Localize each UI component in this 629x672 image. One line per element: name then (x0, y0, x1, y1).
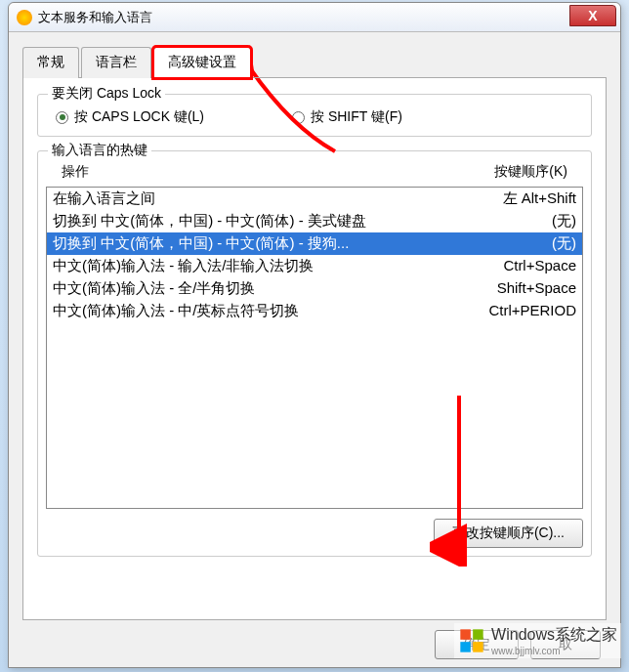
watermark: Windows系统之家 www.bjjmlv.com (454, 623, 621, 658)
row-action: 中文(简体)输入法 - 中/英标点符号切换 (53, 302, 300, 320)
hotkey-listbox[interactable]: 在输入语言之间 左 Alt+Shift 切换到 中文(简体，中国) - 中文(简… (46, 187, 583, 509)
svg-rect-3 (460, 642, 471, 652)
button-row: 更改按键顺序(C)... (46, 519, 583, 548)
radio-shift[interactable]: 按 SHIFT 键(F) (292, 108, 402, 126)
change-key-sequence-button[interactable]: 更改按键顺序(C)... (434, 519, 583, 548)
radio-icon (292, 111, 305, 124)
dialog-title: 文本服务和输入语言 (38, 9, 152, 26)
radio-capslock-label: 按 CAPS LOCK 键(L) (74, 108, 204, 126)
list-row[interactable]: 中文(简体)输入法 - 全/半角切换 Shift+Space (47, 277, 582, 300)
list-row[interactable]: 在输入语言之间 左 Alt+Shift (47, 188, 582, 210)
windows-logo-icon (458, 627, 485, 654)
row-action: 中文(简体)输入法 - 输入法/非输入法切换 (53, 257, 314, 275)
list-header: 操作 按键顺序(K) (46, 159, 583, 185)
radio-icon (56, 111, 68, 124)
dialog-body: 常规 语言栏 高级键设置 要关闭 Caps Lock 按 CAPS LOCK 键… (9, 32, 620, 628)
row-key: (无) (552, 234, 576, 253)
tab-strip: 常规 语言栏 高级键设置 (22, 46, 607, 78)
svg-rect-2 (473, 629, 483, 640)
titlebar: 文本服务和输入语言 X (9, 3, 620, 32)
tab-advanced-key-settings[interactable]: 高级键设置 (153, 47, 251, 78)
capslock-groupbox: 要关闭 Caps Lock 按 CAPS LOCK 键(L) 按 SHIFT 键… (37, 94, 592, 137)
row-action: 切换到 中文(简体，中国) - 中文(简体) - 搜狗... (53, 234, 349, 253)
capslock-radio-row: 按 CAPS LOCK 键(L) 按 SHIFT 键(F) (50, 108, 579, 126)
tab-language-bar[interactable]: 语言栏 (81, 47, 151, 78)
tab-general[interactable]: 常规 (22, 47, 79, 78)
hotkey-group-title: 输入语言的热键 (48, 142, 151, 159)
row-action: 切换到 中文(简体，中国) - 中文(简体) - 美式键盘 (53, 212, 366, 231)
watermark-main: Windows系统之家 (491, 626, 617, 643)
column-keysequence: 按键顺序(K) (494, 163, 567, 181)
hotkey-groupbox: 输入语言的热键 操作 按键顺序(K) 在输入语言之间 左 Alt+Shift 切… (37, 150, 592, 557)
row-action: 中文(简体)输入法 - 全/半角切换 (53, 279, 256, 298)
radio-shift-label: 按 SHIFT 键(F) (311, 108, 402, 126)
list-row[interactable]: 切换到 中文(简体，中国) - 中文(简体) - 美式键盘 (无) (47, 210, 582, 232)
row-key: Ctrl+PERIOD (488, 302, 576, 320)
list-row-selected[interactable]: 切换到 中文(简体，中国) - 中文(简体) - 搜狗... (无) (47, 232, 582, 255)
svg-rect-4 (473, 642, 483, 652)
row-action: 在输入语言之间 (53, 189, 155, 208)
watermark-sub: www.bjjmlv.com (491, 646, 617, 656)
radio-capslock[interactable]: 按 CAPS LOCK 键(L) (56, 108, 204, 126)
list-row[interactable]: 中文(简体)输入法 - 中/英标点符号切换 Ctrl+PERIOD (47, 300, 582, 322)
close-button[interactable]: X (569, 5, 616, 26)
column-action: 操作 (62, 163, 89, 181)
svg-rect-1 (460, 629, 471, 640)
list-row[interactable]: 中文(简体)输入法 - 输入法/非输入法切换 Ctrl+Space (47, 255, 582, 277)
tab-content: 要关闭 Caps Lock 按 CAPS LOCK 键(L) 按 SHIFT 键… (22, 78, 607, 620)
row-key: (无) (552, 212, 576, 231)
row-key: Ctrl+Space (503, 257, 576, 275)
dialog-window: 文本服务和输入语言 X 常规 语言栏 高级键设置 要关闭 Caps Lock 按… (8, 2, 621, 668)
row-key: Shift+Space (497, 279, 576, 298)
app-icon (17, 10, 32, 25)
row-key: 左 Alt+Shift (503, 189, 576, 208)
watermark-text: Windows系统之家 www.bjjmlv.com (491, 625, 617, 656)
capslock-group-title: 要关闭 Caps Lock (48, 85, 165, 103)
